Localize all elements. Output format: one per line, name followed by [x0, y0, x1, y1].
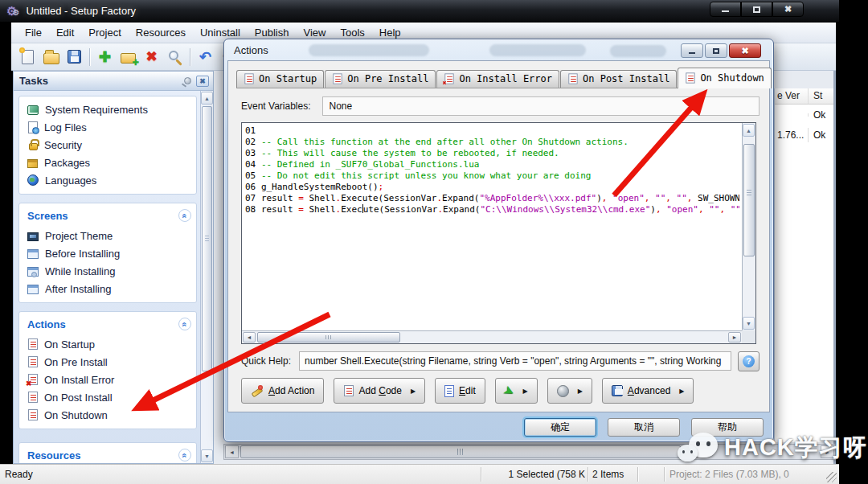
scrollbar-thumb[interactable] — [240, 445, 681, 458]
ok-button[interactable]: 确定 — [524, 418, 596, 437]
sidebar-item-on-post-install[interactable]: On Post Install — [24, 388, 193, 406]
code-segment: Expand( — [443, 204, 480, 215]
languages-icon — [27, 174, 39, 186]
open-project-icon-button[interactable] — [39, 46, 63, 68]
sidebar-item-system-requirements[interactable]: System Requirements — [24, 100, 193, 118]
code-line: 02 -- Call this function at the end afte… — [245, 137, 739, 148]
collapse-chevron-icon[interactable]: « — [178, 318, 191, 330]
tab-on-startup[interactable]: On Startup — [236, 70, 324, 88]
sidebar-item-log-files[interactable]: Log Files — [24, 118, 193, 136]
code-segment: "" — [677, 193, 687, 203]
tab-on-install-error[interactable]: On Install Error — [436, 70, 559, 88]
editor-hscrollbar[interactable]: ◄ ► — [242, 330, 742, 343]
add-folder-icon-button[interactable] — [117, 46, 140, 68]
code-segment: Exec — [341, 204, 362, 215]
pin-icon[interactable] — [184, 77, 191, 84]
status-bar: Ready 1 Selected (758 K 2 Items Project:… — [0, 464, 839, 484]
code-segment: "open" — [666, 204, 698, 215]
event-variables-field[interactable]: None — [322, 96, 760, 116]
scroll-left-icon[interactable]: ◄ — [225, 445, 239, 458]
sidebar-item-on-install-error[interactable]: On Install Error — [24, 371, 193, 388]
dropdown-arrow-icon: ▶ — [578, 388, 583, 395]
menu-item-resources[interactable]: Resources — [129, 23, 193, 42]
collapse-chevron-icon[interactable]: « — [178, 209, 191, 222]
scrollbar-thumb[interactable] — [202, 106, 212, 371]
cancel-button[interactable]: 取消 — [608, 418, 680, 437]
advanced-button[interactable]: Advanced▶ — [602, 378, 694, 404]
sidebar-item-on-startup[interactable]: On Startup — [24, 335, 193, 353]
on-post-install-icon — [28, 392, 38, 403]
scroll-left-icon[interactable]: ◄ — [243, 332, 256, 342]
main-titlebar[interactable]: ⚙⚙ Untitled - Setup Factory ✖ — [0, 0, 839, 23]
undo-icon-button[interactable]: ↶ — [194, 46, 217, 68]
scroll-down-icon[interactable]: ▼ — [201, 449, 213, 462]
publish-button[interactable]: ▶ — [547, 378, 592, 404]
column-header[interactable]: St — [809, 88, 833, 104]
sidebar-item-before-installing[interactable]: Before Installing — [24, 244, 193, 262]
sidebar-item-security[interactable]: Security — [24, 136, 193, 154]
resize-grip[interactable] — [826, 472, 837, 482]
code-segment: "open" — [612, 193, 645, 203]
sidebar-item-after-installing[interactable]: After Installing — [24, 280, 193, 297]
scroll-right-icon[interactable]: ► — [728, 332, 741, 342]
sidebar-item-packages[interactable]: Packages — [24, 154, 193, 171]
sidebar-item-label: On Startup — [44, 338, 95, 351]
search-icon-button[interactable] — [163, 46, 186, 68]
sidebar-item-while-installing[interactable]: While Installing — [24, 262, 193, 280]
column-header[interactable]: e Ver — [775, 88, 809, 104]
sidebar-scrollbar[interactable]: ▲ ▼ — [200, 91, 213, 463]
sidebar-item-on-pre-install[interactable]: On Pre Install — [24, 353, 193, 371]
tab-on-pre-install[interactable]: On Pre Install — [325, 70, 436, 88]
maximize-button[interactable] — [741, 2, 772, 17]
script-icon — [244, 73, 253, 84]
help-button[interactable]: ? — [738, 351, 760, 371]
help-button[interactable]: 帮助 — [691, 418, 764, 437]
scroll-right-icon[interactable]: ► — [821, 445, 834, 458]
code-segment: , — [602, 193, 612, 203]
scrollbar-thumb[interactable] — [743, 144, 755, 256]
run-button[interactable]: ➤▶ — [495, 378, 538, 404]
menu-item-file[interactable]: File — [18, 23, 49, 42]
menu-item-project[interactable]: Project — [81, 23, 128, 42]
panel-close-button[interactable]: ✖ — [196, 76, 209, 87]
scroll-up-icon[interactable]: ▲ — [743, 124, 755, 137]
code-segment: Shell — [309, 193, 335, 203]
scrollbar-corner — [742, 330, 755, 343]
edit-button[interactable]: Edit — [435, 378, 485, 404]
sidebar-item-project-theme[interactable]: Project Theme — [24, 227, 193, 244]
sidebar-item-on-shutdown[interactable]: On Shutdown — [24, 406, 193, 424]
status-project: Project: 2 Files (7.03 MB), 0 — [669, 469, 832, 480]
list-row[interactable]: 1.76...Ok — [775, 125, 833, 145]
scrollbar-thumb[interactable] — [257, 332, 400, 342]
code-segment: ute(SessionVar — [363, 204, 438, 215]
dialog-maximize-button[interactable] — [705, 43, 727, 58]
minimize-button[interactable] — [710, 2, 741, 17]
collapse-chevron-icon[interactable]: « — [178, 449, 191, 461]
scroll-down-icon[interactable]: ▼ — [743, 317, 755, 330]
code-segment: Execute(SessionVar — [341, 193, 436, 203]
tab-on-post-install[interactable]: On Post Install — [560, 70, 677, 88]
new-file-icon-button[interactable] — [16, 46, 39, 68]
desktop: ⚙⚙ Untitled - Setup Factory ✖ FileEditPr… — [0, 0, 868, 484]
sidebar-section-resources: Resources« — [18, 442, 197, 463]
sidebar-item-languages[interactable]: Languages — [24, 171, 193, 189]
main-horizontal-scrollbar[interactable]: ◄ ► — [223, 444, 836, 460]
sidebar-header[interactable]: Tasks ✖ — [14, 72, 213, 91]
save-icon-button[interactable] — [63, 46, 86, 68]
quick-help-row: Quick Help: number Shell.Execute(string … — [241, 351, 760, 371]
dialog-minimize-button[interactable] — [681, 43, 703, 58]
add-files-icon-button[interactable]: ✚ — [93, 46, 117, 68]
tab-on-shutdown[interactable]: On Shutdown — [678, 68, 771, 88]
editor-vscrollbar[interactable]: ▲ ▼ — [742, 123, 755, 330]
code-segment: = — [298, 193, 309, 203]
menu-item-edit[interactable]: Edit — [49, 23, 81, 42]
code-area[interactable]: 0102 -- Call this function at the end af… — [245, 125, 739, 328]
remove-icon-button[interactable]: ✖ — [140, 46, 163, 68]
add-action-button[interactable]: Add Action — [241, 378, 324, 404]
code-editor[interactable]: 0102 -- Call this function at the end af… — [241, 122, 756, 344]
scroll-up-icon[interactable]: ▲ — [201, 92, 213, 105]
list-row[interactable]: Ok — [775, 105, 833, 125]
close-button[interactable]: ✖ — [772, 2, 804, 17]
dialog-close-button[interactable]: ✖ — [729, 43, 761, 58]
add-code-button[interactable]: Add Code▶ — [334, 378, 425, 404]
